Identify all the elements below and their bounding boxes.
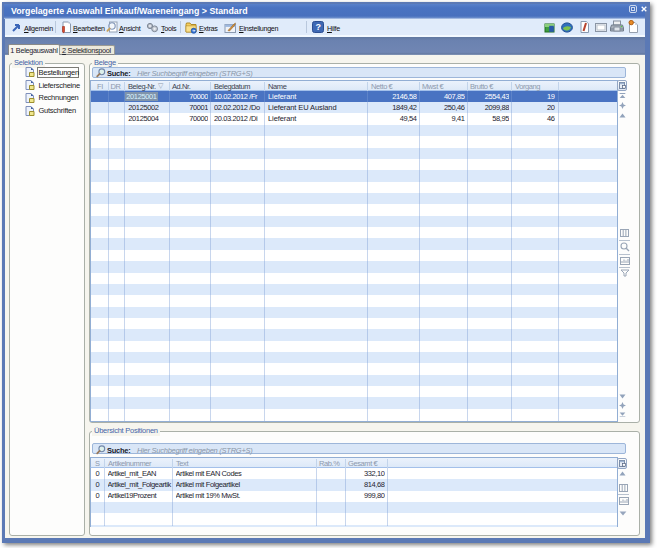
svg-text:?: ?	[315, 22, 320, 32]
